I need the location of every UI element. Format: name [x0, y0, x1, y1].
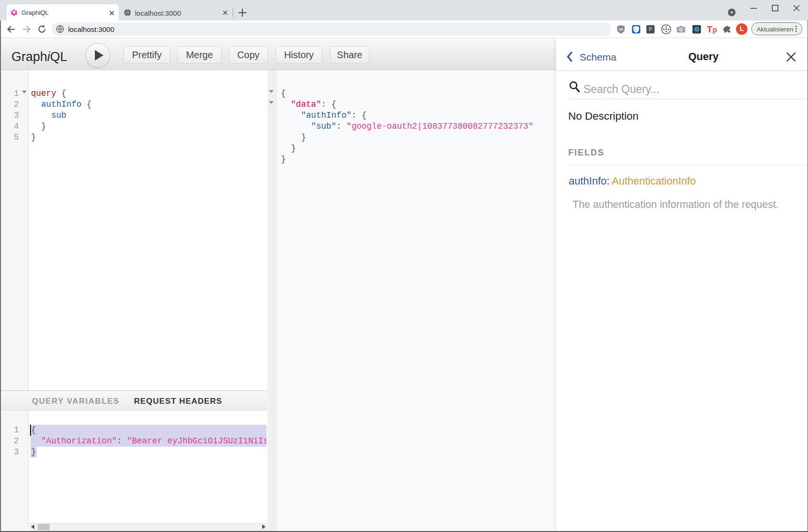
- svg-text:P: P: [649, 27, 652, 32]
- svg-text:U0: U0: [619, 28, 623, 31]
